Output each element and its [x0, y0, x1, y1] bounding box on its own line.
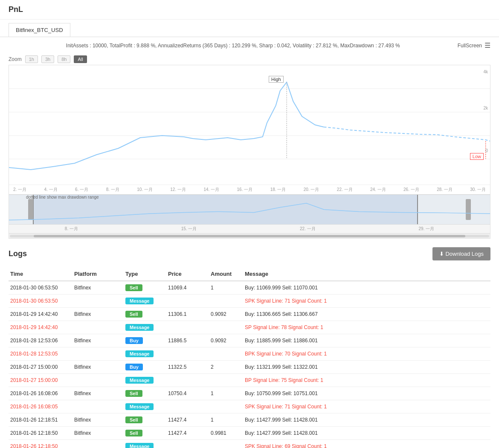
chart-container: High Low 4k 2k 0 2. 一月 4. 一月 6. 一月 8. 一月… [9, 65, 490, 239]
cell-type: Message [124, 295, 166, 308]
zoom-8h[interactable]: 8h [58, 55, 70, 63]
table-row: 2018-01-26 12:18:50BitfinexSell11427.40.… [9, 427, 490, 440]
x-label-0: 2. 一月 [13, 187, 26, 193]
col-header-amount: Amount [209, 267, 243, 281]
mini-x-axis: 8. 一月 15. 一月 22. 一月 29. 一月 [9, 224, 490, 233]
cell-price [166, 347, 209, 361]
cell-platform [73, 321, 124, 334]
cell-platform [73, 374, 124, 387]
cell-message: SPK Signal Line: 71 Signal Count: 1 [243, 400, 490, 413]
chart-svg [9, 65, 490, 185]
download-logs-button[interactable]: ⬇ Download Logs [432, 247, 490, 260]
cell-amount: 0.9092 [209, 308, 243, 321]
cell-time: 2018-01-26 12:18:51 [9, 413, 73, 427]
cell-platform: Bitfinex [73, 387, 124, 400]
x-label-1: 4. 一月 [44, 187, 58, 193]
logs-header: Logs ⬇ Download Logs [9, 247, 490, 260]
cell-message: Buy: 11427.999 Sell: 11428.001 [243, 427, 490, 440]
zoom-label: Zoom [9, 56, 22, 62]
table-row: 2018-01-28 12:53:06BitfinexBuy11886.50.9… [9, 334, 490, 347]
x-label-7: 16. 一月 [237, 187, 253, 193]
low-label: Low [470, 153, 484, 160]
cell-type: Buy [124, 361, 166, 374]
cell-amount: 0.9981 [209, 427, 243, 440]
cell-platform: Bitfinex [73, 413, 124, 427]
cell-amount: 0.9092 [209, 334, 243, 347]
cell-price: 11069.4 [166, 281, 209, 295]
cell-platform: Bitfinex [73, 361, 124, 374]
cell-time: 2018-01-26 12:18:50 [9, 427, 73, 440]
col-header-price: Price [166, 267, 209, 281]
cell-price [166, 295, 209, 308]
table-row: 2018-01-28 12:53:05MessageBPK Signal Lin… [9, 347, 490, 361]
cell-type: Message [124, 374, 166, 387]
tab-bar: Bitfinex_BTC_USD [0, 20, 499, 37]
zoom-3h[interactable]: 3h [41, 55, 54, 63]
cell-message: Buy: 11321.999 Sell: 11322.001 [243, 361, 490, 374]
zoom-all[interactable]: All [74, 55, 87, 63]
table-row: 2018-01-27 15:00:00BitfinexBuy11322.52Bu… [9, 361, 490, 374]
cell-platform: Bitfinex [73, 427, 124, 440]
zoom-1h[interactable]: 1h [25, 55, 38, 63]
x-label-11: 24. 一月 [370, 187, 386, 193]
table-row: 2018-01-29 14:42:40MessageSP Signal Line… [9, 321, 490, 334]
scrollbar-thumb[interactable] [34, 235, 465, 237]
x-label-13: 28. 一月 [437, 187, 453, 193]
x-label-8: 18. 一月 [270, 187, 286, 193]
cell-amount: 2 [209, 361, 243, 374]
x-label-5: 12. 一月 [170, 187, 186, 193]
hamburger-icon: ☰ [484, 41, 490, 49]
mini-x-1: 15. 一月 [181, 226, 197, 232]
cell-price: 11427.4 [166, 427, 209, 440]
cell-amount: 1 [209, 387, 243, 400]
cell-platform [73, 400, 124, 413]
cell-platform: Bitfinex [73, 308, 124, 321]
cell-amount [209, 295, 243, 308]
table-row: 2018-01-27 15:00:00MessageBP Signal Line… [9, 374, 490, 387]
cell-time: 2018-01-26 16:08:05 [9, 400, 73, 413]
cell-time: 2018-01-30 06:53:50 [9, 281, 73, 295]
cell-platform [73, 440, 124, 448]
y-label-2k: 2k [483, 106, 488, 110]
cell-message: Buy: 10750.999 Sell: 10751.001 [243, 387, 490, 400]
x-axis: 2. 一月 4. 一月 6. 一月 8. 一月 10. 一月 12. 一月 14… [9, 185, 490, 194]
fullscreen-button[interactable]: FullScreen ☰ [458, 41, 490, 49]
table-row: 2018-01-26 16:08:06BitfinexSell10750.41B… [9, 387, 490, 400]
cell-message: Buy: 11306.665 Sell: 11306.667 [243, 308, 490, 321]
header: PnL [0, 0, 499, 20]
x-label-14: 30. 一月 [470, 187, 486, 193]
page-container: PnL Bitfinex_BTC_USD InitAssets : 10000,… [0, 0, 499, 448]
table-row: 2018-01-26 12:18:50MessageSPK Signal Lin… [9, 440, 490, 448]
fullscreen-label: FullScreen [458, 43, 482, 49]
cell-time: 2018-01-29 14:42:40 [9, 321, 73, 334]
cell-amount [209, 400, 243, 413]
cell-type: Sell [124, 413, 166, 427]
cell-platform [73, 347, 124, 361]
cell-amount: 1 [209, 413, 243, 427]
table-row: 2018-01-26 12:18:51BitfinexSell11427.41B… [9, 413, 490, 427]
x-label-6: 14. 一月 [203, 187, 219, 193]
x-label-9: 20. 一月 [304, 187, 319, 193]
tab-bitfinex[interactable]: Bitfinex_BTC_USD [9, 23, 70, 37]
main-chart: High Low 4k 2k 0 [9, 65, 490, 185]
cell-message: BPK Signal Line: 70 Signal Count: 1 [243, 347, 490, 361]
stats-text: InitAssets : 10000, TotalProfit : 9.888 … [9, 43, 458, 49]
table-header: Time Platform Type Price Amount Message [9, 267, 490, 281]
cell-price: 11322.5 [166, 361, 209, 374]
cell-message: SPK Signal Line: 69 Signal Count: 1 [243, 440, 490, 448]
cell-amount [209, 440, 243, 448]
col-header-message: Message [243, 267, 490, 281]
cell-time: 2018-01-27 15:00:00 [9, 374, 73, 387]
cell-time: 2018-01-29 14:42:40 [9, 308, 73, 321]
x-label-4: 10. 一月 [137, 187, 153, 193]
x-label-10: 22. 一月 [337, 187, 353, 193]
cell-amount [209, 347, 243, 361]
cell-type: Buy [124, 334, 166, 347]
col-header-type: Type [124, 267, 166, 281]
table-row: 2018-01-26 16:08:05MessageSPK Signal Lin… [9, 400, 490, 413]
x-label-3: 8. 一月 [106, 187, 119, 193]
cell-price [166, 400, 209, 413]
cell-time: 2018-01-30 06:53:50 [9, 295, 73, 308]
mini-chart-label: dotted line show max drawdown range [26, 195, 99, 199]
scrollbar[interactable] [9, 233, 490, 238]
